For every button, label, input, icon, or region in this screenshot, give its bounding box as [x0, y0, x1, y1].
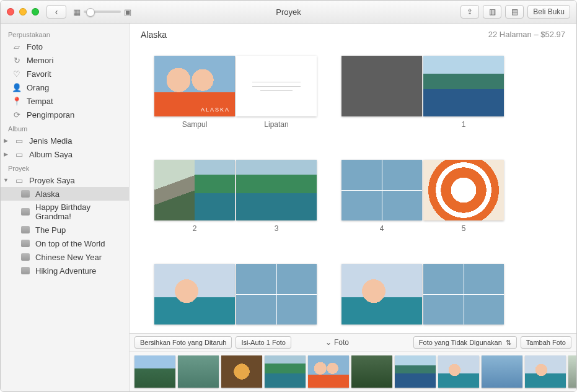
sidebar-item-tempat[interactable]: 📍Tempat: [1, 94, 129, 108]
page-blank[interactable]: [341, 56, 422, 116]
page-cover-flap[interactable]: [236, 56, 317, 116]
tray-thumb[interactable]: [308, 355, 349, 388]
page-label: 4: [341, 224, 422, 233]
page-8[interactable]: [341, 264, 422, 324]
select-arrows-icon: ⇅: [506, 339, 511, 347]
slider-track[interactable]: [84, 11, 121, 13]
panel-left-icon: ▥: [489, 7, 496, 16]
tray-thumb[interactable]: [482, 355, 522, 388]
chevron-left-icon: ‹: [55, 7, 58, 17]
photo-tray: Bersihkan Foto yang Ditaruh Isi-Auto 1 F…: [130, 333, 576, 391]
tray-thumb[interactable]: [134, 355, 175, 388]
spread-cover[interactable]: ALASKA SampulLipatan: [154, 56, 317, 129]
tray-thumb[interactable]: [525, 355, 566, 388]
disclosure-icon[interactable]: ▶: [3, 137, 8, 144]
page-1[interactable]: [423, 56, 504, 116]
sidebar-item-label: Foto: [27, 42, 43, 51]
back-button[interactable]: ‹: [46, 5, 66, 19]
tray-toolbar: Bersihkan Foto yang Ditaruh Isi-Auto 1 F…: [130, 334, 576, 352]
sidebar-item-memori[interactable]: ↻Memori: [1, 53, 129, 67]
main-area: Alaska 22 Halaman – $52.97 ALASKA Sampul…: [130, 24, 576, 391]
add-photo-button[interactable]: Tambah Foto: [521, 336, 571, 349]
tray-thumb[interactable]: [221, 355, 262, 388]
page-label: 3: [236, 224, 317, 233]
disclosure-open-icon[interactable]: ▼: [3, 177, 8, 183]
page-cover-front[interactable]: ALASKA: [154, 56, 235, 116]
panel-right-icon: ▤: [511, 7, 518, 16]
minimize-button[interactable]: [19, 8, 27, 15]
sidebar-item-orang[interactable]: 👤Orang: [1, 81, 129, 94]
sidebar-item-label: Alaska: [35, 189, 59, 199]
sidebar-header-proyek: Proyek: [1, 161, 129, 173]
page-label: 2: [154, 224, 235, 233]
clear-placed-button[interactable]: Bersihkan Foto yang Ditaruh: [134, 336, 232, 349]
sidebar-item-label: Favorit: [27, 69, 51, 79]
tray-thumb[interactable]: [395, 355, 436, 388]
sidebar-item-label: Memori: [27, 56, 53, 65]
sidebar-item-label: Album Saya: [29, 150, 73, 159]
tray-thumb[interactable]: [351, 355, 392, 388]
sidebar-item-label: Pengimporan: [27, 110, 74, 120]
page-7[interactable]: [236, 264, 317, 324]
tray-thumb[interactable]: [178, 355, 219, 388]
sidebar-item-jenis-media[interactable]: ▶▭Jenis Media: [1, 134, 129, 147]
traffic-lights: [7, 8, 39, 15]
page-4[interactable]: [341, 160, 422, 220]
sidebar-item-pup[interactable]: The Pup: [1, 223, 129, 237]
tray-thumb[interactable]: [265, 355, 306, 388]
sidebar-item-proyek-saya[interactable]: ▼▭Proyek Saya: [1, 173, 129, 187]
photo-filter-select[interactable]: Foto yang Tidak Digunakan⇅: [413, 336, 517, 349]
app-window: ‹ ▦ ▣ Proyek ⇪ ▥ ▤ Beli Buku Perpustakaa…: [0, 0, 577, 392]
tray-thumb[interactable]: [438, 355, 479, 388]
spread-2-3[interactable]: 23: [154, 160, 317, 233]
zoom-button[interactable]: [32, 8, 39, 15]
toolbar-right: ⇪ ▥ ▤ Beli Buku: [460, 5, 570, 19]
page-2[interactable]: [154, 160, 235, 220]
folder-icon: ▭: [14, 149, 24, 159]
spread-8-9[interactable]: [341, 264, 504, 328]
share-icon: ⇪: [467, 7, 473, 16]
share-button[interactable]: ⇪: [460, 5, 479, 19]
sidebar-item-album-saya[interactable]: ▶▭Album Saya: [1, 147, 129, 161]
sidebar-item-favorit[interactable]: ♡Favorit: [1, 67, 129, 81]
sidebar-item-pengimporan[interactable]: ⟳Pengimporan: [1, 108, 129, 121]
memory-icon: ↻: [12, 55, 22, 65]
sidebar-item-foto[interactable]: ▱Foto: [1, 40, 129, 53]
sidebar-item-hiking[interactable]: Hiking Adventure: [1, 264, 129, 277]
zoom-slider[interactable]: ▦ ▣: [73, 7, 132, 16]
titlebar: ‹ ▦ ▣ Proyek ⇪ ▥ ▤ Beli Buku: [1, 1, 576, 24]
page-label: Sampul: [154, 120, 235, 129]
tray-thumbnails[interactable]: [130, 352, 576, 391]
page-5[interactable]: [423, 160, 504, 220]
page-3[interactable]: [236, 160, 317, 220]
page-9[interactable]: [423, 264, 504, 324]
sidebar-item-cny[interactable]: Chinese New Year: [1, 250, 129, 264]
spread-4-5[interactable]: 45: [341, 160, 504, 233]
buy-book-button[interactable]: Beli Buku: [527, 5, 570, 19]
sidebar-item-label: The Pup: [35, 225, 66, 235]
app-body: Perpustakaan ▱Foto ↻Memori ♡Favorit 👤Ora…: [1, 24, 576, 391]
sidebar-item-grandma[interactable]: Happy Birthday Grandma!: [1, 201, 129, 223]
pages-grid[interactable]: ALASKA SampulLipatan 1: [130, 43, 576, 333]
main-header: Alaska 22 Halaman – $52.97: [130, 24, 576, 43]
disclosure-icon[interactable]: ▶: [3, 151, 8, 157]
tray-thumb[interactable]: [568, 355, 576, 388]
sidebar-item-label: Happy Birthday Grandma!: [35, 203, 121, 221]
close-button[interactable]: [7, 8, 14, 15]
sidebar-item-ontop[interactable]: On top of the World: [1, 237, 129, 250]
sidebar-item-alaska[interactable]: Alaska: [1, 187, 129, 201]
page-label: 1: [423, 120, 504, 129]
spread-6-7[interactable]: [154, 264, 317, 328]
photos-icon: ▱: [12, 41, 22, 51]
tray-foto-label[interactable]: ⌄Foto: [325, 338, 349, 347]
book-icon: [20, 266, 30, 276]
layout-1-button[interactable]: ▥: [483, 5, 501, 19]
page-count-price: 22 Halaman – $52.97: [488, 30, 565, 40]
heart-icon: ♡: [12, 69, 22, 79]
autofill-button[interactable]: Isi-Auto 1 Foto: [236, 336, 291, 349]
sidebar: Perpustakaan ▱Foto ↻Memori ♡Favorit 👤Ora…: [1, 24, 130, 391]
layout-2-button[interactable]: ▤: [505, 5, 524, 19]
sidebar-item-label: Proyek Saya: [29, 176, 75, 185]
page-6[interactable]: [154, 264, 235, 324]
spread-1[interactable]: 1: [341, 56, 504, 129]
